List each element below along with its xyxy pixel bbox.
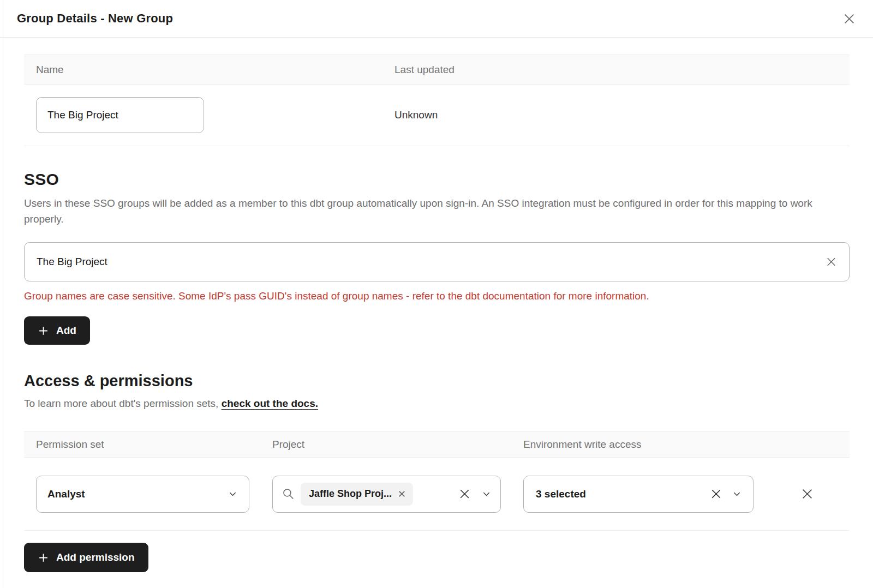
add-permission-button[interactable]: Add permission [24, 543, 148, 572]
delete-row-icon[interactable] [800, 487, 815, 501]
docs-line-text: To learn more about dbt's permission set… [24, 398, 222, 409]
panel-left-edge [3, 0, 3, 588]
sso-warning-text: Group names are case sensitive. Some IdP… [24, 290, 850, 302]
modal-header: Group Details - New Group [0, 0, 873, 38]
permission-row: Analyst Jaffle Shop Proj... [24, 458, 850, 531]
sso-group-input[interactable] [24, 242, 850, 281]
group-name-table-header: Name Last updated [24, 55, 850, 85]
clear-icon[interactable] [709, 487, 723, 501]
group-name-table: Name Last updated Unknown [24, 55, 850, 146]
docs-link[interactable]: check out the docs. [222, 398, 318, 409]
clear-icon[interactable] [825, 256, 838, 268]
modal-content: Name Last updated Unknown SSO Users in t… [0, 55, 873, 572]
environment-selected-value: 3 selected [536, 488, 586, 500]
permission-set-select[interactable]: Analyst [36, 476, 249, 513]
clear-icon[interactable] [458, 487, 471, 501]
plus-icon [38, 325, 49, 337]
table-row: Unknown [24, 85, 850, 146]
column-header-last-updated: Last updated [382, 64, 850, 76]
access-permissions-heading: Access & permissions [24, 372, 850, 390]
environment-write-access-select[interactable]: 3 selected [523, 476, 754, 513]
plus-icon [38, 552, 49, 563]
add-button-label: Add [56, 325, 76, 337]
chevron-down-icon [732, 489, 742, 499]
last-updated-value: Unknown [382, 109, 850, 121]
column-header-environment-write-access: Environment write access [511, 439, 765, 451]
chevron-down-icon [481, 489, 492, 499]
sso-section: SSO Users in these SSO groups will be ad… [24, 170, 850, 345]
sso-description: Users in these SSO groups will be added … [24, 195, 832, 227]
project-tag-label: Jaffle Shop Proj... [309, 488, 392, 500]
project-multiselect[interactable]: Jaffle Shop Proj... [272, 476, 501, 513]
column-header-permission-set: Permission set [24, 439, 260, 451]
column-header-project: Project [260, 439, 511, 451]
sso-group-field [24, 242, 850, 281]
add-permission-label: Add permission [56, 551, 135, 563]
docs-line: To learn more about dbt's permission set… [24, 398, 850, 410]
project-tag: Jaffle Shop Proj... [301, 483, 413, 506]
search-icon [282, 487, 295, 501]
sso-heading: SSO [24, 170, 850, 189]
permission-set-value: Analyst [47, 488, 85, 500]
column-header-name: Name [24, 64, 382, 76]
remove-tag-icon[interactable] [398, 490, 405, 497]
chevron-down-icon [228, 489, 238, 499]
permissions-table: Permission set Project Environment write… [24, 431, 850, 531]
access-permissions-section: Access & permissions To learn more about… [24, 372, 850, 572]
add-sso-group-button[interactable]: Add [24, 316, 90, 345]
permissions-table-header: Permission set Project Environment write… [24, 431, 850, 458]
group-name-input[interactable] [36, 97, 204, 133]
close-icon[interactable] [842, 11, 857, 26]
page-title: Group Details - New Group [17, 11, 173, 26]
